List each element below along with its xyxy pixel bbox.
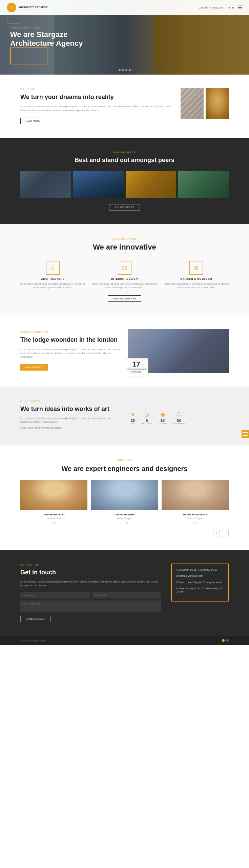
jimmie-figure xyxy=(20,480,87,510)
sphere-image xyxy=(206,88,229,119)
gateway-value: 18 xyxy=(158,418,168,422)
gold-icon: ⬡ xyxy=(173,411,185,417)
welcome-image-2 xyxy=(206,88,229,119)
call-us-label: CALL US +1 (000) 000 xyxy=(199,6,223,9)
team-tw-3[interactable]: t xyxy=(194,521,195,524)
email-value: Info@Max_werkGain.com xyxy=(176,574,224,578)
logo-text: ARCHITECT PROJECT xyxy=(18,6,47,9)
hero-dot-2[interactable] xyxy=(122,69,124,71)
service-interior: ⊟ INTERIOR DESIGN Lorem ipsum dolor sit … xyxy=(92,261,157,289)
read-more-button[interactable]: READ MORE xyxy=(20,118,45,124)
team-member-3: Sienna Philandrous Garden Designer f t i… xyxy=(162,480,229,524)
hero-tag: Your Dream House xyxy=(10,26,83,29)
current-text: Lorem ipsum dolor sit amet, consectetur … xyxy=(20,348,121,359)
team-in-1[interactable]: in xyxy=(55,521,57,524)
garden-icon: ⊞ xyxy=(189,261,203,275)
stat-gold: ⬡ 50 GOLD ITEMS xyxy=(173,411,185,425)
footer-copyright: © 2024 Architect Project xyxy=(20,639,46,642)
contact-hours: Monday - Friday 09:00 - 22:00Saturday 04… xyxy=(176,587,224,594)
team-next-button[interactable]: › xyxy=(222,530,229,536)
wellbees-value: 5 xyxy=(141,418,152,422)
contact-form: SEND MESSAGE xyxy=(20,592,161,622)
current-project-left: CURRENT PROJECT The lodge woonden in the… xyxy=(20,331,121,371)
hero-dot-4[interactable] xyxy=(129,69,131,71)
hero-title-line1: We are Stargaze xyxy=(10,30,68,39)
contact-section: CONTACT US Get in touch Do get in touch.… xyxy=(0,550,249,636)
team-name-2: Dexter Matthew xyxy=(91,513,158,516)
projects-grid xyxy=(20,171,229,198)
welcome-left: WELCOME We turn your dreams into reality… xyxy=(20,88,170,124)
phones-value: +1 (262) 954-53-35 +1 (262) 897-80-12 xyxy=(176,568,224,572)
team-navigation: ‹ › xyxy=(20,530,229,536)
garden-text: Lorem ipsum dolor sit amet, consectetur … xyxy=(164,282,229,289)
level-icon: ★ xyxy=(130,411,136,417)
garden-name: GARDEN & OUTDOOR xyxy=(164,277,229,280)
team-in-3[interactable]: in xyxy=(196,521,198,524)
project-image-2 xyxy=(73,171,123,198)
hero-title-line2: Architecture Agency xyxy=(10,39,83,48)
gateway-icon: ◉ xyxy=(158,411,168,417)
footer-dot-2[interactable] xyxy=(226,639,229,642)
service-architecture: ⌂ ARCHITECTURE Lorem ipsum dolor sit ame… xyxy=(20,261,85,289)
team-member-2: Dexter Matthew Interior Designer f t in xyxy=(91,480,158,524)
ideas-left: OUR CLIENTS We turn ideas into works of … xyxy=(20,400,120,432)
name-input[interactable] xyxy=(20,592,90,598)
scroll-indicator[interactable] xyxy=(242,430,249,438)
send-message-button[interactable]: SEND MESSAGE xyxy=(20,616,51,622)
architecture-name: ARCHITECTURE xyxy=(20,277,85,280)
team-role-2: Interior Designer xyxy=(91,517,158,519)
gateway-label: GATEWAY xyxy=(158,422,168,425)
all-projects-button[interactable]: ALL PROJECTS xyxy=(109,204,140,211)
contact-text: Do get in touch. Use our main telephone … xyxy=(20,580,161,587)
team-name-1: Jimmie Benedict xyxy=(20,513,87,516)
gold-value: 50 xyxy=(173,418,185,422)
hero-dot-3[interactable] xyxy=(125,69,127,71)
team-tw-2[interactable]: t xyxy=(123,521,124,524)
twitter-icon[interactable]: t xyxy=(229,6,230,9)
sienna-figure xyxy=(162,480,229,510)
team-role-1: Lead Architect xyxy=(20,517,87,519)
footer-pagination xyxy=(222,639,229,642)
email-input[interactable] xyxy=(92,592,161,598)
project-image-4 xyxy=(178,171,229,198)
team-name-3: Sienna Philandrous xyxy=(162,513,229,516)
project-overlay-4 xyxy=(178,171,229,198)
team-prev-button[interactable]: ‹ xyxy=(213,530,220,536)
welcome-section: WELCOME We turn your dreams into reality… xyxy=(0,75,249,138)
welcome-tag: WELCOME xyxy=(20,88,170,91)
contact-tag: CONTACT US xyxy=(20,564,161,566)
service-garden: ⊞ GARDEN & OUTDOOR Lorem ipsum dolor sit… xyxy=(164,261,229,289)
message-input[interactable] xyxy=(20,600,161,612)
view-services-area: VIEW ALL SERVICES xyxy=(20,295,229,302)
instagram-icon[interactable]: in xyxy=(232,6,234,9)
logo-icon: A xyxy=(7,3,16,12)
form-row-1 xyxy=(20,592,161,598)
facebook-icon[interactable]: f xyxy=(227,6,227,9)
team-fb-1[interactable]: f xyxy=(51,521,51,524)
team-fb-3[interactable]: f xyxy=(192,521,192,524)
hero-border-frame xyxy=(10,47,47,64)
projects-title: Best and stand out amongst peers xyxy=(20,156,229,164)
project-overlay-1 xyxy=(20,171,71,198)
ideas-text: Lorem ipsum dolor sit amet, consectetur … xyxy=(20,416,120,424)
menu-icon[interactable]: ☰ xyxy=(238,5,242,10)
footer: © 2024 Architect Project xyxy=(0,636,249,645)
footer-dot-1[interactable] xyxy=(222,639,225,642)
view-all-services-button[interactable]: VIEW ALL SERVICES xyxy=(108,295,141,302)
team-in-2[interactable]: in xyxy=(126,521,128,524)
stat-gateway: ◉ 18 GATEWAY xyxy=(158,411,168,425)
welcome-title: We turn your dreams into reality xyxy=(20,93,170,101)
ideas-right: ★ 28 LEVEL ◎ 5 WELLBEES ◉ 18 GATEWAY ⬡ 5… xyxy=(130,408,229,425)
team-fb-2[interactable]: f xyxy=(121,521,122,524)
hero-dot-1[interactable] xyxy=(119,69,121,71)
team-tw-1[interactable]: t xyxy=(53,521,54,524)
address-value: 123 Ave, Lorem City, Alta Country the Wo… xyxy=(176,581,224,585)
wellbees-icon: ◎ xyxy=(141,411,152,417)
innovative-tag: SPECIALIZATION xyxy=(20,238,229,240)
team-section: OUR TEAM We are expert engineers and des… xyxy=(0,446,249,550)
contact-left: CONTACT US Get in touch Do get in touch.… xyxy=(20,564,161,623)
interior-text: Lorem ipsum dolor sit amet, consectetur … xyxy=(92,282,157,289)
years-label: YEARS EXPERIENCE WORKING xyxy=(125,368,148,374)
projects-view-all: ALL PROJECTS xyxy=(20,203,229,211)
view-project-button[interactable]: VIEW PROJECT xyxy=(20,364,48,371)
